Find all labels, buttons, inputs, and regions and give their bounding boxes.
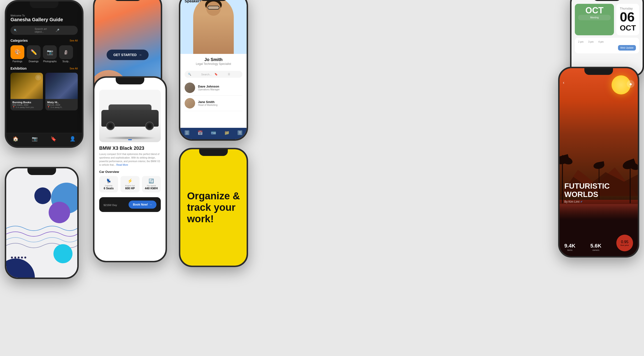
car-price: $2150/ Day [104, 202, 117, 207]
sculptures-label: Sculp.. [62, 60, 70, 63]
nav-chevron-up-icon[interactable]: ⬆️ [237, 130, 242, 136]
cyan-circle [54, 244, 72, 263]
organize-text: Organize & track your work! [187, 190, 240, 225]
nav-calendar-icon[interactable]: 📅 [198, 130, 203, 136]
speaker-item-1[interactable]: Dave Johnson Operations Manager [184, 80, 242, 96]
overview-label: Car Overview [99, 170, 161, 174]
items-stat: 9.4K items [564, 243, 575, 251]
event-badge[interactable]: Web Update [618, 45, 636, 50]
dot-2 [128, 139, 132, 140]
phone-bmw: BMW X3 Black 2023 Luxury compact SUV tha… [93, 76, 167, 262]
abstract-screen [6, 168, 77, 278]
time-labels: 2 pm 3 pm 4 pm [578, 40, 636, 43]
phone-organize: Organize & track your work! [179, 148, 248, 267]
meeting-badge: Meeting [578, 15, 610, 20]
filter-icon: ☰ [228, 73, 239, 76]
category-sculptures[interactable]: 🗿 Sculp.. [59, 45, 73, 63]
get-started-button[interactable]: GET STARTED → [106, 50, 148, 60]
paintings-icon: 🎨 [10, 45, 24, 59]
read-more-link[interactable]: Read More [116, 164, 128, 166]
speakers-search[interactable]: 🔍 Search... 🔖 ☰ [184, 71, 242, 78]
exhibit-dist-2: 📍 5 m away fr.. [47, 106, 76, 108]
capacity-icon: 💺 [101, 178, 116, 184]
speaker-avatar-1 [184, 82, 195, 93]
owners-label: owners [590, 249, 601, 251]
speaker-hero: Speakers [180, 0, 247, 54]
category-drawings[interactable]: ✏️ Drawings [27, 45, 40, 63]
dot-2 [14, 256, 16, 258]
speaker-item-name-1: Dave Johnson [198, 85, 220, 88]
items-label: items [564, 249, 575, 251]
dark-circle [34, 188, 51, 204]
floor-price-bubble: 0.95 floor price [616, 235, 633, 251]
spec-engine: ⚡ Engine Out 600 HP [120, 176, 139, 192]
time-row: 2 pm 3 pm 4 pm Web Update [575, 38, 639, 54]
eth-icon[interactable]: ◆ [627, 80, 634, 88]
date-block: Thursday 06 OCT [616, 4, 639, 35]
search-bar[interactable]: 🔍 Search art object... 🎤 [10, 26, 78, 35]
nav-info-icon[interactable]: ℹ️ [184, 130, 190, 136]
phone-futuristic: ‹ ◆ FUTURISTICWORLDS By Kim Limi ✔ 9.4K … [558, 67, 639, 258]
search-placeholder: Search art object... [34, 28, 54, 33]
back-icon[interactable]: ‹ [563, 80, 564, 85]
exhibit-card-1[interactable]: ♡ Burning Books Max Davis, 2022 📍 5 m aw… [10, 73, 43, 110]
nav-profile-icon[interactable]: 👤 [70, 136, 76, 142]
exhibit-name-2: Misty Hi.. [47, 101, 76, 104]
futuristic-title: FUTURISTICWORLDS [564, 182, 610, 199]
arrow-icon: → [138, 53, 142, 57]
category-paintings[interactable]: 🎨 Paintings [10, 45, 24, 63]
book-button[interactable]: Book Now! → [128, 200, 156, 209]
speed-label: Top Speed [144, 184, 159, 187]
dot-3 [133, 139, 135, 140]
mic-icon: 🎤 [56, 28, 74, 32]
phone-calendar: OCT Meeting Thursday 06 OCT 2 pm 3 pm 4 … [570, 0, 644, 76]
speaker-person-image [193, 0, 234, 54]
category-photographs[interactable]: 📷 Photographs [43, 45, 57, 63]
nav-bookmark-icon[interactable]: 🔖 [50, 136, 56, 142]
car-wheel-left [106, 122, 115, 130]
price-value: 0.95 [621, 240, 628, 244]
author-label: By Kim Limi ✔ [564, 200, 610, 204]
speaker-info: Jo Smith Legal Technology Specialist [180, 54, 247, 71]
nav-id-icon[interactable]: 🪪 [211, 130, 216, 136]
drawings-label: Drawings [28, 60, 39, 63]
exhibition-see-all[interactable]: See All [70, 67, 78, 70]
phone-abstract [5, 167, 79, 279]
bookmark-icon: 🔖 [214, 73, 226, 76]
search-text: Search... [201, 73, 213, 76]
speaker-role: Legal Technology Specialist [184, 62, 242, 66]
exhibition-grid: ♡ Burning Books Max Davis, 2022 📍 5 m aw… [10, 73, 78, 110]
phone-speakers: Speakers Jo Smith Legal Technology Speci… [179, 0, 248, 141]
speaker-item-role-2: Head of Marketing [198, 104, 218, 106]
capacity-label: Capacity [101, 184, 116, 187]
photographs-label: Photographs [43, 60, 57, 63]
categories-row: 🎨 Paintings ✏️ Drawings 📷 Photographs 🗿 … [10, 45, 78, 63]
speaker-avatar-2 [184, 98, 195, 108]
exhibit-dist-1: 📍 5 m away from you [12, 106, 41, 108]
dot-group [11, 256, 26, 258]
time-3pm: 3 pm [588, 40, 594, 43]
car-wheel-right [145, 122, 154, 130]
month-name: OCT [620, 24, 636, 32]
speed-icon: 🔄 [144, 178, 159, 184]
nav-camera-icon[interactable]: 📷 [32, 136, 38, 142]
month-label: OCT [578, 6, 610, 15]
speed-value: 440 KM/H [144, 187, 159, 190]
speaker-item-name-2: Jane Smith [198, 100, 218, 104]
car-description: Luxury compact SUV that epitomizes the p… [99, 152, 161, 167]
speaker-item-2[interactable]: Jane Smith Head of Marketing [184, 96, 242, 111]
exhibit-name-1: Burning Books [12, 101, 41, 104]
phone-gallery-guide: Welcome To Ganesha Gallery Guide 🔍 Searc… [5, 0, 84, 148]
nav-folder-icon[interactable]: 📁 [224, 130, 230, 136]
bottom-nav: 🏠 📷 🔖 👤 [6, 133, 82, 146]
paintings-label: Paintings [12, 60, 22, 63]
time-4pm: 4 pm [598, 40, 604, 43]
nav-home-icon[interactable]: 🏠 [13, 136, 18, 142]
car-indicator [125, 139, 135, 140]
exhibition-label: Exhibition [10, 66, 27, 70]
categories-see-all[interactable]: See All [70, 39, 78, 42]
exhibit-card-2[interactable]: Misty Hi.. Mei Lin, 2023 📍 5 m away fr.. [45, 73, 78, 110]
title-area: FUTURISTICWORLDS By Kim Limi ✔ [564, 182, 610, 204]
heart-icon[interactable]: ♡ [35, 75, 41, 80]
verified-icon: ✔ [580, 200, 583, 204]
